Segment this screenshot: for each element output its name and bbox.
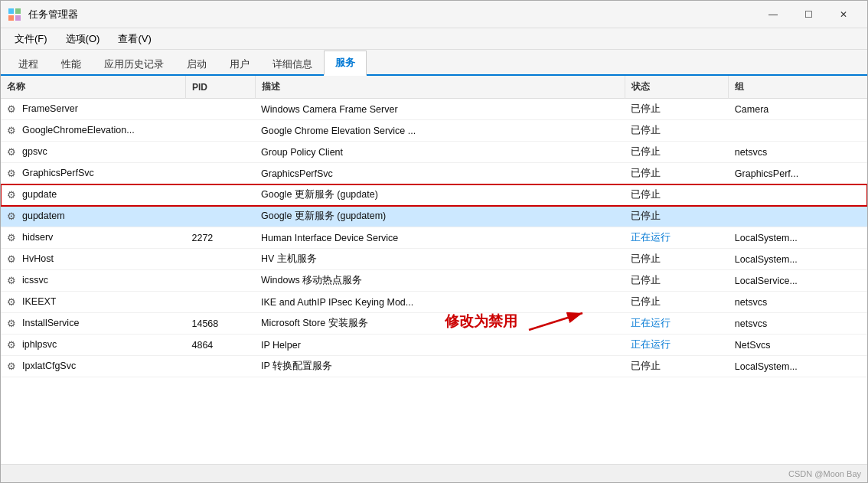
table-row[interactable]: ⚙gupdatemGoogle 更新服务 (gupdatem)已停止 [1, 206, 867, 227]
service-name-cell: ⚙gupdatem [1, 206, 185, 227]
service-group-cell: netsvcs [729, 313, 867, 335]
service-name-text: GoogleChromeElevation... [22, 125, 135, 135]
service-status-cell: 已停止 [625, 163, 729, 184]
menu-options[interactable]: 选项(O) [58, 31, 108, 47]
app-icon [7, 7, 22, 22]
table-row[interactable]: ⚙gpsvcGroup Policy Client已停止netsvcs [1, 142, 867, 163]
service-name-cell: ⚙GraphicsPerfSvc [1, 163, 185, 184]
gear-icon: ⚙ [7, 189, 19, 201]
tab-performance[interactable]: 性能 [50, 52, 93, 76]
table-row[interactable]: ⚙IpxlatCfgSvcIP 转换配置服务已停止LocalSystem... [1, 356, 867, 377]
service-pid-cell [185, 270, 255, 292]
table-row[interactable]: ⚙FrameServerWindows Camera Frame Server已… [1, 99, 867, 120]
table-wrapper: 名称 PID 描述 状态 组 ⚙FrameServerWindows Camer… [1, 76, 867, 464]
service-name-cell: ⚙HvHost [1, 249, 185, 270]
col-header-desc[interactable]: 描述 [255, 76, 625, 99]
service-status-cell: 正在运行 [625, 227, 729, 249]
task-manager-window: 任务管理器 — ☐ ✕ 文件(F) 选项(O) 查看(V) 进程 性能 应用历史… [0, 0, 868, 483]
service-name-cell: ⚙iphlpsvc [1, 335, 185, 356]
service-group-cell: LocalSystem... [729, 249, 867, 270]
table-row[interactable]: ⚙GoogleChromeElevation...Google Chrome E… [1, 120, 867, 142]
table-row[interactable]: ⚙iphlpsvc4864IP Helper正在运行NetSvcs [1, 335, 867, 356]
service-pid-cell [185, 292, 255, 313]
tab-services[interactable]: 服务 [324, 51, 367, 76]
service-status-cell: 已停止 [625, 142, 729, 163]
service-name-text: iphlpsvc [22, 339, 57, 350]
watermark-text: CSDN @Moon Bay [788, 469, 861, 478]
service-name-text: gupdatem [22, 210, 65, 221]
service-name-cell: ⚙icssvc [1, 270, 185, 292]
gear-icon: ⚙ [7, 146, 19, 158]
gear-icon: ⚙ [7, 103, 19, 116]
window-title: 任务管理器 [28, 8, 755, 21]
col-header-group[interactable]: 组 [729, 76, 867, 99]
service-desc-cell: Windows 移动热点服务 [255, 270, 625, 292]
col-header-name[interactable]: 名称 [1, 76, 185, 99]
col-header-status[interactable]: 状态 [625, 76, 729, 99]
table-row[interactable]: ⚙InstallService14568Microsoft Store 安装服务… [1, 313, 867, 335]
service-name-text: hidserv [22, 232, 53, 243]
menu-file[interactable]: 文件(F) [7, 31, 55, 47]
service-desc-cell: IP Helper [255, 335, 625, 356]
maximize-button[interactable]: ☐ [791, 1, 826, 28]
service-name-text: FrameServer [22, 103, 78, 114]
service-desc-cell: Google 更新服务 (gupdate) [255, 184, 625, 206]
gear-icon: ⚙ [7, 318, 19, 330]
service-pid-cell [185, 356, 255, 377]
menu-bar: 文件(F) 选项(O) 查看(V) [1, 28, 867, 50]
service-name-cell: ⚙FrameServer [1, 99, 185, 120]
service-desc-cell: Human Interface Device Service [255, 227, 625, 249]
service-desc-cell: Windows Camera Frame Server [255, 99, 625, 120]
service-desc-cell: IP 转换配置服务 [255, 356, 625, 377]
service-desc-cell: Google 更新服务 (gupdatem) [255, 206, 625, 227]
tab-users[interactable]: 用户 [218, 52, 261, 76]
table-row[interactable]: ⚙IKEEXTIKE and AuthIP IPsec Keying Mod..… [1, 292, 867, 313]
gear-icon: ⚙ [7, 168, 19, 180]
service-table[interactable]: 名称 PID 描述 状态 组 ⚙FrameServerWindows Camer… [1, 76, 867, 377]
service-name-text: gpsvc [22, 146, 47, 157]
service-pid-cell: 4864 [185, 335, 255, 356]
tab-processes[interactable]: 进程 [7, 52, 50, 76]
title-bar: 任务管理器 — ☐ ✕ [1, 1, 867, 28]
table-body: ⚙FrameServerWindows Camera Frame Server已… [1, 99, 867, 377]
gear-icon: ⚙ [7, 361, 19, 373]
service-group-cell: Camera [729, 99, 867, 120]
table-row[interactable]: ⚙gupdateGoogle 更新服务 (gupdate)已停止 [1, 184, 867, 206]
service-group-cell: netsvcs [729, 292, 867, 313]
svg-rect-1 [15, 8, 21, 14]
service-status-cell: 已停止 [625, 120, 729, 142]
minimize-button[interactable]: — [755, 1, 791, 28]
tab-app-history[interactable]: 应用历史记录 [93, 52, 175, 76]
content-area: 名称 PID 描述 状态 组 ⚙FrameServerWindows Camer… [1, 76, 867, 482]
service-desc-cell: HV 主机服务 [255, 249, 625, 270]
gear-icon: ⚙ [7, 232, 19, 244]
service-group-cell: netsvcs [729, 142, 867, 163]
table-row[interactable]: ⚙icssvcWindows 移动热点服务已停止LocalService... [1, 270, 867, 292]
col-header-pid[interactable]: PID [185, 76, 255, 99]
close-button[interactable]: ✕ [826, 1, 861, 28]
tab-details[interactable]: 详细信息 [261, 52, 324, 76]
bottom-bar: CSDN @Moon Bay [1, 464, 867, 482]
service-group-cell: NetSvcs [729, 335, 867, 356]
tab-startup[interactable]: 启动 [175, 52, 218, 76]
service-desc-cell: Group Policy Client [255, 142, 625, 163]
svg-rect-0 [8, 8, 14, 14]
service-status-cell: 已停止 [625, 99, 729, 120]
table-row[interactable]: ⚙HvHostHV 主机服务已停止LocalSystem... [1, 249, 867, 270]
table-row[interactable]: ⚙GraphicsPerfSvcGraphicsPerfSvc已停止Graphi… [1, 163, 867, 184]
menu-view[interactable]: 查看(V) [110, 31, 158, 47]
service-desc-cell: IKE and AuthIP IPsec Keying Mod... [255, 292, 625, 313]
gear-icon: ⚙ [7, 253, 19, 266]
gear-icon: ⚙ [7, 296, 19, 308]
gear-icon: ⚙ [7, 339, 19, 351]
service-status-cell: 正在运行 [625, 335, 729, 356]
service-group-cell: LocalService... [729, 270, 867, 292]
table-row[interactable]: ⚙hidserv2272Human Interface Device Servi… [1, 227, 867, 249]
service-status-cell: 已停止 [625, 184, 729, 206]
service-group-cell [729, 184, 867, 206]
service-status-cell: 已停止 [625, 249, 729, 270]
service-name-text: IpxlatCfgSvc [22, 361, 76, 371]
service-name-cell: ⚙IKEEXT [1, 292, 185, 313]
service-name-cell: ⚙gupdate [1, 184, 185, 206]
window-controls: — ☐ ✕ [755, 1, 861, 28]
